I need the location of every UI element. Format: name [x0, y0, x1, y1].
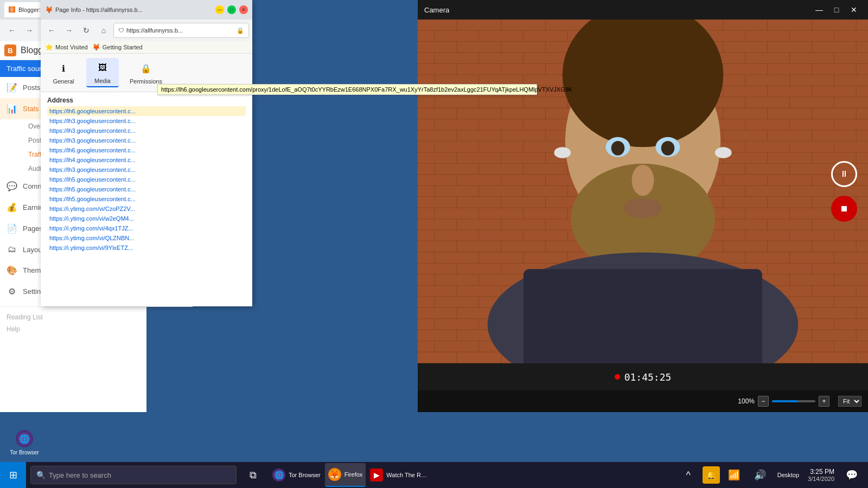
- tor-app-label: Tor Browser: [289, 472, 321, 478]
- close-btn[interactable]: ✕: [239, 5, 248, 14]
- most-visited-item[interactable]: ⭐ Most Visited: [45, 43, 88, 51]
- pi-address-4[interactable]: https://lh6.googleusercontent.c...: [47, 145, 246, 155]
- recording-dot: [615, 374, 620, 380]
- camera-title: Camera: [424, 6, 812, 14]
- pi-address-12[interactable]: https://i.ytimg.com/vi/4qx1TJZ...: [47, 223, 246, 233]
- taskbar-time-display: 3:25 PM 3/14/2020: [808, 468, 834, 482]
- tor-label: Tor Browser: [10, 450, 39, 455]
- start-button[interactable]: ⊞: [0, 462, 26, 488]
- svg-point-12: [632, 165, 654, 196]
- pi-permissions-btn[interactable]: 🔒 Permissions: [125, 59, 167, 87]
- pi-address-10[interactable]: https://i.ytimg.com/vi/CzoPZ2V...: [47, 204, 246, 214]
- taskbar-apps: 🌐 Tor Browser 🦊 Firefox ▶ Watch The Red …: [269, 463, 433, 487]
- minimize-btn[interactable]: —: [215, 5, 224, 14]
- page-info-address-section: Address https://lh6.googleusercontent.c.…: [41, 92, 252, 257]
- svg-point-13: [623, 198, 662, 218]
- pi-address-1[interactable]: https://lh3.googleusercontent.c...: [47, 116, 246, 126]
- volume-icon[interactable]: 🔊: [748, 463, 772, 487]
- zoom-in-btn[interactable]: +: [819, 396, 829, 407]
- taskbar-app-tor[interactable]: 🌐 Tor Browser: [269, 463, 324, 487]
- ff-refresh-btn[interactable]: ↻: [79, 23, 94, 38]
- wifi-icon: 📶: [728, 469, 740, 481]
- help-item[interactable]: Help: [7, 323, 140, 335]
- taskbar-app-firefox[interactable]: 🦊 Firefox: [325, 463, 366, 487]
- zoom-control: 100% − +: [738, 396, 829, 407]
- firefox-page-info-window: 🦊 Page Info - https://allfunnyrss.b... —…: [41, 0, 252, 306]
- url-tooltip: https://lh6.googleusercontent.com/proxy/…: [157, 84, 537, 95]
- taskbar-clock[interactable]: 3:25 PM 3/14/2020: [805, 467, 838, 483]
- getting-started-label: Getting Started: [103, 44, 143, 50]
- notification-panel-btn[interactable]: 💬: [840, 463, 864, 487]
- theme-icon: 🎨: [7, 265, 17, 275]
- firefox-nav-bar: ← → ↻ ⌂ 🛡 https://allfunnyrss.b... 🔒: [41, 20, 252, 41]
- pi-address-8[interactable]: https://lh5.googleusercontent.c...: [47, 184, 246, 194]
- pi-address-14[interactable]: https://i.ytimg.com/vi/9YlxETZ...: [47, 243, 246, 253]
- ff-back-btn[interactable]: ←: [44, 23, 59, 38]
- scroll-dropdown[interactable]: Fit: [838, 396, 861, 407]
- firefox-address-bar[interactable]: 🛡 https://allfunnyrss.b... 🔒: [113, 23, 249, 38]
- camera-window: Camera — □ ✕: [418, 0, 868, 412]
- stats-label: Stats: [23, 105, 39, 113]
- read-list-item[interactable]: Reading List: [7, 311, 140, 323]
- pi-address-6[interactable]: https://lh3.googleusercontent.c...: [47, 165, 246, 175]
- svg-rect-17: [524, 269, 762, 363]
- network-icon[interactable]: 📶: [722, 463, 746, 487]
- pi-address-list: https://lh6.googleusercontent.c... https…: [47, 106, 246, 253]
- forward-btn[interactable]: →: [22, 23, 37, 38]
- blogger-logo: B: [4, 44, 16, 56]
- chevron-up-icon: ^: [686, 470, 690, 481]
- taskbar: ⊞ 🔍 Type here to search ⧉ 🌐 Tor Browser …: [0, 462, 868, 488]
- firefox-tab-title: Page Info - https://allfunnyrss.b...: [55, 7, 143, 13]
- earnings-icon: 💰: [7, 202, 17, 213]
- taskbar-search-box[interactable]: 🔍 Type here to search: [30, 466, 237, 484]
- firefox-win-controls: — □ ✕: [215, 5, 248, 14]
- taskbar-desktop-label[interactable]: Desktop: [774, 471, 802, 479]
- firefox-titlebar: 🦊 Page Info - https://allfunnyrss.b... —…: [41, 0, 252, 20]
- pi-address-13[interactable]: https://i.ytimg.com/vi/QLZNBN...: [47, 233, 246, 243]
- maximize-btn[interactable]: □: [227, 5, 236, 14]
- camera-close-btn[interactable]: ✕: [846, 2, 861, 17]
- camera-person-svg: [418, 20, 868, 363]
- camera-stop-btn[interactable]: ⏹: [831, 196, 857, 222]
- zoom-out-btn[interactable]: −: [758, 396, 769, 407]
- zoom-slider[interactable]: [772, 400, 815, 402]
- speaker-icon: 🔊: [754, 469, 766, 481]
- taskbar-date-text: 3/14/2020: [808, 476, 834, 482]
- tor-app-icon: 🌐: [272, 468, 285, 481]
- pi-address-9[interactable]: https://lh5.googleusercontent.c...: [47, 194, 246, 204]
- pi-address-3[interactable]: https://lh3.googleusercontent.c...: [47, 136, 246, 145]
- pi-media-btn[interactable]: 🖼 Media: [86, 58, 119, 87]
- pi-general-label: General: [53, 78, 74, 85]
- tor-icon-graphic: 🌐: [16, 430, 33, 447]
- ff-forward-btn[interactable]: →: [61, 23, 76, 38]
- pi-address-5[interactable]: https://lh4.googleusercontent.c...: [47, 155, 246, 165]
- camera-minimize-btn[interactable]: —: [812, 2, 827, 17]
- svg-point-14: [554, 147, 571, 158]
- tor-browser-desktop-icon[interactable]: 🌐 Tor Browser: [5, 430, 43, 455]
- taskbar-app-video[interactable]: ▶ Watch The Red Pill 20...: [367, 463, 433, 487]
- pi-general-btn[interactable]: ℹ General: [47, 59, 80, 87]
- svg-point-11: [661, 141, 675, 156]
- taskbar-search-placeholder: Type here to search: [49, 471, 111, 479]
- taskbar-time-text: 3:25 PM: [808, 468, 834, 476]
- taskbar-search-icon: 🔍: [36, 471, 46, 479]
- pi-address-2[interactable]: https://lh3.googleusercontent.c...: [47, 126, 246, 136]
- back-btn[interactable]: ←: [4, 23, 20, 38]
- camera-maximize-btn[interactable]: □: [829, 2, 844, 17]
- desktop-label-text: Desktop: [777, 472, 799, 478]
- show-hidden-icons-btn[interactable]: ^: [676, 463, 700, 487]
- svg-point-15: [715, 147, 732, 158]
- scroll-select[interactable]: Fit: [838, 396, 861, 407]
- most-visited-label: Most Visited: [55, 44, 88, 50]
- camera-timer-bar: 01:45:25: [418, 363, 868, 390]
- pi-address-7[interactable]: https://lh5.googleusercontent.c...: [47, 175, 246, 184]
- camera-pause-btn[interactable]: ⏸: [831, 161, 857, 187]
- pi-address-11[interactable]: https://i.ytimg.com/vi/w2eQM4...: [47, 214, 246, 223]
- windows-logo-icon: ⊞: [9, 469, 17, 481]
- camera-content: ⏸ ⏹: [418, 20, 868, 363]
- notification-center-icon[interactable]: 🔔: [703, 466, 720, 484]
- ff-home-btn[interactable]: ⌂: [96, 23, 111, 38]
- pi-address-0[interactable]: https://lh6.googleusercontent.c...: [47, 106, 246, 116]
- task-view-btn[interactable]: ⧉: [241, 463, 265, 487]
- getting-started-item[interactable]: 🦊 Getting Started: [92, 43, 143, 51]
